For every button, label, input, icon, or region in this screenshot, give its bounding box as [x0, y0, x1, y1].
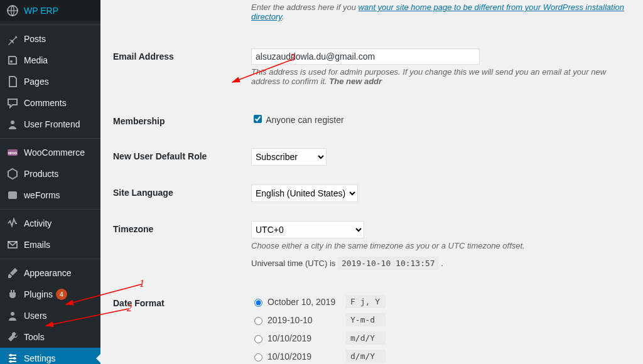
email-description: This address is used for admin purposes.…	[251, 67, 624, 86]
sidebar-item-activity[interactable]: Activity	[0, 213, 100, 234]
date-format-option-0[interactable]: October 10, 2019	[251, 297, 345, 307]
comment-icon	[6, 97, 19, 109]
sidebar-item-settings[interactable]: Settings	[0, 348, 100, 364]
svg-point-7	[11, 312, 14, 316]
sidebar-item-label: weForms	[24, 190, 60, 200]
activity-icon	[6, 217, 19, 230]
sidebar-item-appearance[interactable]: Appearance	[0, 262, 100, 284]
sidebar-item-label: Pages	[24, 77, 49, 87]
sidebar-item-posts[interactable]: Posts	[0, 28, 100, 50]
sidebar-item-label: Emails	[24, 240, 50, 250]
sidebar-item-label: Comments	[24, 98, 67, 108]
sidebar-item-label: Products	[24, 169, 58, 179]
users-icon	[6, 309, 19, 322]
sidebar-item-label: Appearance	[24, 268, 72, 278]
date-format-code-0: F j, Y	[345, 295, 386, 308]
pin-icon	[6, 33, 19, 45]
default-role-select[interactable]: Subscriber	[251, 148, 327, 166]
sidebar-item-products[interactable]: Products	[0, 163, 100, 185]
sidebar-item-label: User Frontend	[24, 119, 80, 129]
date-format-code-2: m/d/Y	[345, 331, 386, 345]
date-format-code-3: d/m/Y	[345, 350, 386, 363]
default-role-label: New User Default Role	[113, 139, 245, 175]
svg-point-1	[10, 60, 13, 63]
sidebar-item-label: WooCommerce	[24, 147, 85, 158]
timezone-description: Choose either a city in the same timezon…	[251, 241, 624, 250]
sidebar-item-label: Activity	[24, 218, 51, 228]
svg-rect-5	[8, 191, 17, 199]
date-format-option-3[interactable]: 10/10/2019	[251, 351, 345, 361]
sidebar-item-plugins[interactable]: Plugins4	[0, 284, 100, 305]
sidebar-item-emails[interactable]: Emails	[0, 234, 100, 255]
membership-checkbox[interactable]	[254, 115, 262, 123]
sidebar-item-label: Settings	[24, 353, 56, 363]
sidebar-item-woocommerce[interactable]: wooWooCommerce	[0, 142, 100, 163]
product-icon	[6, 168, 19, 180]
sidebar-item-comments[interactable]: Comments	[0, 92, 100, 114]
page-icon	[6, 75, 19, 88]
sidebar-item-label: Plugins	[24, 289, 53, 299]
weforms-icon	[6, 189, 19, 201]
sidebar-item-label: Tools	[24, 332, 45, 342]
sidebar-item-tools[interactable]: Tools	[0, 326, 100, 348]
plugins-badge: 4	[56, 289, 67, 300]
svg-point-10	[9, 360, 12, 363]
svg-point-8	[9, 354, 12, 356]
site-address-description: Enter the address here if you want your …	[251, 3, 624, 21]
admin-sidebar: WP ERP Posts Media Pages Comments User F…	[0, 0, 100, 364]
sidebar-item-label: Users	[24, 311, 47, 321]
email-icon	[6, 238, 19, 251]
sidebar-item-weforms[interactable]: weForms	[0, 185, 100, 206]
svg-point-9	[13, 357, 16, 360]
user-icon	[6, 118, 19, 131]
media-icon	[6, 54, 19, 67]
sidebar-item-wperp[interactable]: WP ERP	[0, 0, 100, 21]
sidebar-item-label: Media	[24, 55, 48, 65]
woo-icon: woo	[6, 146, 19, 159]
date-format-code-1: Y-m-d	[345, 313, 386, 326]
brush-icon	[6, 267, 19, 279]
settings-content: Enter the address here if you want your …	[100, 0, 643, 364]
sidebar-item-label: WP ERP	[24, 6, 58, 16]
membership-checkbox-label[interactable]: Anyone can register	[251, 115, 344, 125]
plugin-icon	[6, 288, 19, 301]
sidebar-item-users[interactable]: Users	[0, 305, 100, 326]
globe-icon	[6, 4, 19, 17]
sidebar-item-userfrontend[interactable]: User Frontend	[0, 114, 100, 135]
timezone-select[interactable]: UTC+0	[251, 221, 364, 238]
timezone-label: Timezone	[113, 211, 245, 286]
email-label: Email Address	[113, 51, 174, 62]
tools-icon	[6, 331, 19, 343]
membership-label: Membership	[113, 104, 245, 139]
date-format-label: Date Format	[113, 286, 245, 364]
svg-point-2	[11, 120, 14, 124]
site-language-select[interactable]: English (United States)	[251, 185, 358, 202]
settings-icon	[6, 352, 19, 364]
sidebar-item-media[interactable]: Media	[0, 50, 100, 71]
sidebar-item-pages[interactable]: Pages	[0, 71, 100, 92]
sidebar-item-label: Posts	[24, 34, 46, 44]
email-input[interactable]	[251, 48, 480, 65]
site-language-label: Site Language	[113, 175, 245, 211]
date-format-option-1[interactable]: 2019-10-10	[251, 315, 345, 325]
svg-text:woo: woo	[8, 151, 17, 155]
timezone-utc-line: Universal time (UTC) is 2019-10-10 10:13…	[251, 259, 624, 268]
date-format-option-2[interactable]: 10/10/2019	[251, 333, 345, 343]
